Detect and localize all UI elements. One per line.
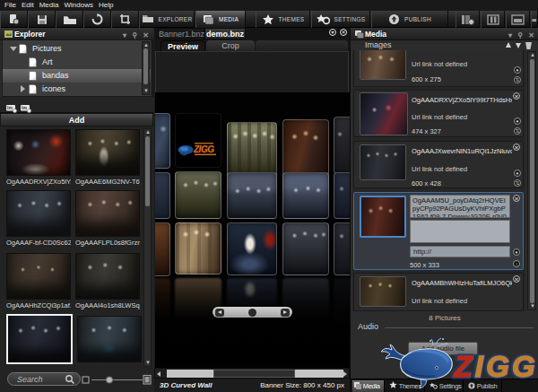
svg-text:ZIGG: ZIGG (193, 144, 214, 154)
svg-text:ZIGG: ZIGG (453, 350, 534, 383)
svg-text:Im: Im (7, 105, 13, 110)
svg-text:Im: Im (22, 105, 27, 110)
